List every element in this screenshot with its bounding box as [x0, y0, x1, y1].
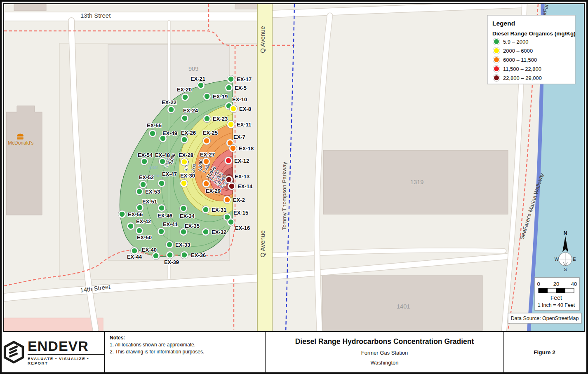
legend-item-label: 5.9 – 2000 [503, 39, 528, 45]
title-cell: Diesel Range Hydrocarbons Concentration … [265, 332, 503, 372]
sample-point-label: EX-33 [175, 242, 190, 248]
sample-point-label: EX-16 [235, 225, 250, 231]
legend-item-label: 22,800 – 29,000 [503, 75, 542, 81]
sample-point-dot [228, 122, 233, 127]
sample-point-label: EX-24 [183, 108, 198, 114]
sample-point-dot [159, 206, 164, 210]
sample-point-label: EX-41 [163, 221, 178, 227]
figure-subtitle-2: Washington [266, 360, 503, 366]
sample-point-label: EX-19 [213, 94, 228, 100]
sample-point-dot [120, 212, 125, 217]
sample-point-label: EX-13 [235, 173, 249, 180]
sample-point-label: EX-29 [206, 188, 221, 194]
sample-point-label: EX-32 [212, 229, 226, 235]
legend-item: 5.9 – 2000 [493, 38, 529, 45]
sample-point-label: EX-27 [200, 152, 215, 158]
sample-point-dot [153, 253, 158, 258]
logo-tagline: EVALUATE • VISUALIZE • REPORT [28, 356, 104, 365]
sample-point-label: EX-52 [139, 174, 154, 180]
sample-point-label: EX-28 [179, 152, 193, 158]
legend-dot [494, 75, 499, 80]
sample-point-dot [226, 158, 231, 163]
sample-point-dot [204, 138, 209, 143]
sample-point-label: EX-40 [142, 247, 157, 253]
legend-item: 2000 – 6000 [493, 47, 533, 54]
sample-point-dot [137, 228, 142, 233]
company-logo: ENDEVR EVALUATE • VISUALIZE • REPORT [3, 339, 104, 365]
compass-north-label: N [564, 230, 567, 236]
sample-point-label: EX-54 [138, 152, 153, 158]
sample-point-dot [204, 159, 209, 164]
compass-south-label: S [564, 267, 567, 272]
sample-point-label: EX-47 [162, 171, 177, 177]
sample-point-dot [167, 242, 172, 247]
sample-point-label: EX-35 [185, 223, 200, 229]
sample-point-label: EX-18 [239, 145, 254, 152]
sample-point-dot [226, 177, 231, 182]
sample-point-label: EX-21 [191, 76, 205, 82]
legend-item-label: 6000 – 11,500 [503, 57, 537, 63]
logo-text: ENDEVR [28, 339, 104, 353]
sample-point-label: EX-11 [237, 122, 251, 128]
label-909: 909 [188, 65, 198, 72]
sample-point-label: EX-31 [212, 207, 226, 213]
sample-point: EX-17 [227, 75, 252, 83]
sample-point-dot [203, 207, 208, 212]
map-area: 13th Street 14th Street Q Avenue Q Avenu… [3, 3, 585, 332]
sample-point-dot [205, 116, 209, 121]
sample-point-dot [159, 181, 164, 186]
sample-point-label: EX-22 [162, 99, 176, 105]
sample-point-label: EX-7 [233, 134, 245, 140]
label-mcdonalds: McDonald's [8, 140, 33, 146]
sample-point-label: EX-42 [136, 218, 151, 224]
sample-point-label: EX-34 [180, 213, 195, 219]
sample-point-label: EX-53 [145, 189, 160, 195]
sample-point-label: EX-39 [164, 259, 179, 265]
sample-point-label: EX-26 [181, 130, 196, 136]
sample-point: EX-32 [202, 228, 227, 236]
figure-title: Diesel Range Hydrocarbons Concentration … [266, 337, 503, 346]
sample-point: EX-2 [223, 196, 245, 204]
sample-point-dot [150, 131, 155, 136]
sample-point-dot [137, 205, 142, 210]
note-line-2: 2. This drawing is for information purpo… [110, 348, 260, 355]
sample-point-label: EX-46 [158, 213, 172, 219]
label-1401: 1401 [397, 303, 410, 310]
sample-point-dot [141, 182, 146, 187]
sample-point-label: EX-2 [233, 197, 245, 203]
compass-east-label: E [573, 257, 576, 262]
building-small-2 [235, 4, 257, 9]
sample-point-dot [132, 248, 137, 253]
sample-point: EX-33 [166, 241, 191, 249]
label-13th-street: 13th Street [80, 12, 111, 19]
sample-point-dot [198, 83, 203, 88]
sample-point-dot [181, 206, 186, 211]
sample-point-label: EX-56 [128, 211, 143, 217]
legend-dot [494, 66, 499, 71]
title-block: ENDEVR EVALUATE • VISUALIZE • REPORT Not… [3, 332, 585, 372]
sample-point-label: EX-5 [235, 85, 247, 91]
label-q-avenue-top: Q Avenue [259, 26, 266, 53]
sample-point: EX-31 [202, 206, 227, 214]
sample-point-dot [226, 85, 231, 90]
sample-point: EX-53 [136, 188, 160, 196]
notes-cell: Notes: 1. All locations shown are approx… [104, 332, 265, 372]
sample-point-dot [169, 107, 174, 112]
sample-point-label: EX-48 [155, 152, 170, 158]
endevr-hexagon-icon [3, 340, 24, 365]
sample-point-label: EX-55 [147, 122, 162, 129]
scale-tick-20: 20 [553, 281, 559, 287]
sample-point-label: EX-49 [162, 130, 177, 136]
sample-point-label: EX-23 [213, 116, 228, 122]
scale-bar-segments [539, 288, 574, 293]
sample-point-label: EX-8 [239, 106, 251, 112]
data-source-box: Data Source: OpenStreetMap [508, 313, 581, 323]
sample-point-dot [167, 252, 172, 257]
legend-item-label: 2000 – 6000 [503, 48, 533, 54]
sample-point: EX-56 [118, 210, 143, 218]
sample-point-label: EX-14 [238, 183, 253, 189]
sample-point: EX-8 [230, 105, 251, 113]
sample-point: EX-23 [203, 115, 228, 123]
legend-subtitle: Diesel Range Organics (mg/Kg) [492, 30, 576, 37]
sample-point-label: EX-30 [180, 173, 195, 179]
